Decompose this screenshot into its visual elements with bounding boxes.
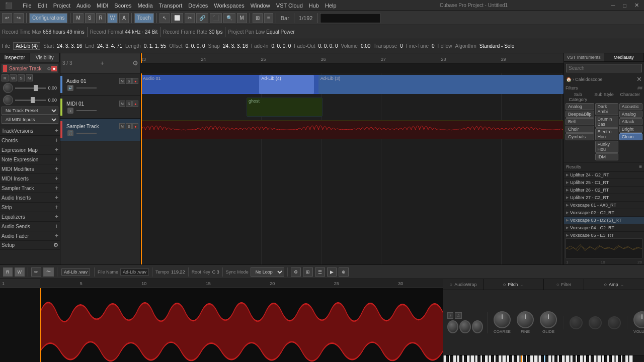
filter-tag-analog[interactable]: Analog [619, 111, 642, 118]
black-key-2-3[interactable] [523, 355, 525, 362]
filter-tag-funky-hou[interactable]: Funky Hou [595, 141, 618, 153]
result-item-0[interactable]: ▶Uplifter 24 - G2_RT [564, 171, 644, 179]
menu-file[interactable]: File [20, 3, 35, 9]
track-write-btn[interactable]: W [10, 74, 17, 81]
music-btn[interactable]: ♪ [447, 312, 453, 319]
audiowrap-knob1[interactable] [447, 320, 458, 333]
filter-tag-drum-n-bas[interactable]: Drum'n Bas [595, 116, 618, 128]
results-sort-btn[interactable]: ≡ [639, 164, 642, 169]
white-key-27[interactable] [566, 355, 570, 362]
mute-tool[interactable]: M [237, 13, 247, 23]
pan-knob[interactable] [3, 95, 13, 105]
track-mute-btn[interactable]: M [119, 123, 125, 129]
amp-volume-knob[interactable] [633, 311, 644, 328]
sampler-settings3[interactable]: ☰ [315, 267, 325, 277]
track-item-sampler-track[interactable]: Sampler Track M S ● 🎵 [60, 119, 140, 141]
result-item-8[interactable]: ▶Voxscape 05 - E3_RT [564, 232, 644, 237]
menu-scores[interactable]: Scores [111, 3, 134, 9]
result-item-2[interactable]: ▶Uplifter 26 - C2_RT [564, 187, 644, 194]
piano-keyboard[interactable] [443, 355, 644, 362]
filter-tag-choir[interactable]: Choir [566, 126, 594, 133]
inspector-section-audio-fader[interactable]: Audio Fader+ [0, 231, 60, 241]
coarse-knob[interactable] [494, 311, 511, 328]
menu-transport[interactable]: Transport [156, 3, 186, 9]
track-settings-btn[interactable]: ⚙ [47, 66, 51, 71]
result-item-6[interactable]: ▶Voxscape 03 - D2 (S)_RT [564, 217, 644, 224]
black-key-5-4[interactable] [622, 355, 625, 362]
filter-knob2[interactable] [589, 316, 602, 329]
filter-toggle[interactable]: ○ [556, 282, 559, 287]
black-key-5-0[interactable] [604, 355, 607, 362]
minimize-btn[interactable]: ─ [608, 3, 618, 9]
inspector-section-midi-modifiers[interactable]: MIDI Modifiers+ [0, 164, 60, 174]
audiowrap-knob2[interactable] [459, 320, 470, 333]
black-key-3-0[interactable] [541, 355, 543, 362]
track-volume-mini[interactable] [76, 87, 97, 88]
filter-tag-attack[interactable]: Attack [619, 118, 642, 125]
black-key-3-3[interactable] [554, 355, 557, 362]
no-track-preset-select[interactable]: No Track Preset [2, 107, 58, 115]
track-mute-btn[interactable]: M [119, 101, 125, 107]
search-input[interactable] [320, 13, 380, 23]
split-tool[interactable]: ✂ [185, 13, 195, 23]
a-btn[interactable]: A [119, 13, 129, 23]
menu-media[interactable]: Media [135, 3, 156, 9]
track-solo-btn[interactable]: S [126, 78, 132, 84]
black-key-2-0[interactable] [509, 355, 512, 362]
white-key-13[interactable] [502, 355, 506, 362]
black-key-3-4[interactable] [559, 355, 561, 362]
track-read-btn[interactable]: R [2, 74, 9, 81]
midi-input-select[interactable]: All MIDI Inputs [2, 116, 58, 124]
result-item-4[interactable]: ▶Voxscape 01 - A#3_RT [564, 202, 644, 209]
clip-Ad-Lib (3)[interactable]: Ad-Lib (3) [318, 75, 564, 94]
white-key-6[interactable] [470, 355, 474, 362]
audiowrap-knob3[interactable] [472, 320, 483, 333]
result-item-3[interactable]: ▶Uplifter 27 - C2_RT [564, 194, 644, 202]
r-btn[interactable]: R [96, 13, 106, 23]
black-key-1-1[interactable] [482, 355, 485, 362]
inspector-section-equalizers[interactable]: Equalizers+ [0, 212, 60, 222]
add-track-btn[interactable]: + [100, 59, 104, 67]
filter-knob1[interactable] [570, 316, 583, 329]
black-key-0-4[interactable] [464, 355, 466, 362]
vst-instruments-tab[interactable]: VST Instruments [564, 53, 604, 61]
black-key-2-1[interactable] [514, 355, 516, 362]
white-key-41[interactable] [629, 355, 633, 362]
path-item[interactable]: Caleidoscope [575, 77, 603, 82]
inspector-section-audio-sends[interactable]: Audio Sends+ [0, 222, 60, 231]
arrangement-clips[interactable]: Audio 01Ad-Lib (4)Ad-Lib (3)ghost [141, 73, 564, 264]
track-rec-btn[interactable]: ● [132, 123, 138, 129]
menu-midi[interactable]: MIDI [94, 3, 111, 9]
filter-tag-cymbals[interactable]: Cymbals [566, 133, 594, 140]
black-key-1-0[interactable] [477, 355, 480, 362]
menu-audio[interactable]: Audio [73, 3, 94, 9]
filter-tag-clean[interactable]: Clean [619, 133, 642, 140]
result-item-5[interactable]: ▶Voxscape 02 - C2_RT [564, 209, 644, 217]
black-key-1-4[interactable] [496, 355, 498, 362]
black-key-4-0[interactable] [573, 355, 575, 362]
menu-vstcloud[interactable]: VST Cloud [273, 3, 306, 9]
fine-knob[interactable] [517, 311, 534, 328]
track-settings-icon[interactable]: ⚙ [132, 59, 138, 67]
menu-hub[interactable]: Hub [306, 3, 322, 9]
inspector-section-sampler-track[interactable]: Sampler Track+ [0, 184, 60, 193]
inspector-section-audio-inserts[interactable]: Audio Inserts+ [0, 193, 60, 203]
inspector-section-midi-inserts[interactable]: MIDI Inserts+ [0, 174, 60, 184]
undo-btn[interactable]: ↩ [2, 13, 12, 23]
track-mute-btn[interactable]: M [119, 78, 125, 84]
zoom-tool[interactable]: 🔍 [223, 13, 235, 23]
volume-knob[interactable] [3, 83, 13, 93]
inspector-section-trackversions[interactable]: TrackVersions+ [0, 126, 60, 136]
quantize-btn[interactable]: ≡ [264, 13, 273, 23]
amp-expand[interactable]: ⌄ [620, 282, 624, 287]
black-key-0-0[interactable] [446, 355, 448, 362]
glide-knob[interactable] [540, 311, 557, 328]
track-color-btn[interactable]: ■ [51, 66, 57, 71]
amp-toggle[interactable]: ○ [604, 282, 607, 287]
close-path-btn[interactable]: ✕ [636, 75, 642, 83]
white-key-20[interactable] [534, 355, 538, 362]
menu-edit[interactable]: Edit [35, 3, 50, 9]
m-btn[interactable]: M [73, 13, 83, 23]
track-solo-btn[interactable]: S [126, 123, 132, 129]
track-item-midi-01[interactable]: MIDI 01 M S ● ♪ [60, 96, 140, 119]
